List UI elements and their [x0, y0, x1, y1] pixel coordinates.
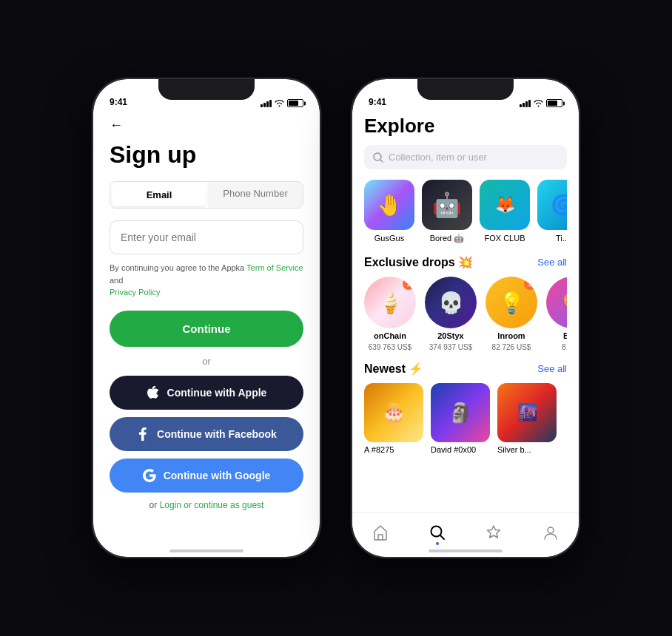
newest-thumb-david: 🗿 — [431, 383, 490, 442]
wifi-icon-2 — [534, 100, 543, 107]
exclusive-drops-title: Exclusive drops 💥 — [364, 255, 473, 269]
apple-icon — [147, 386, 160, 399]
time-2: 9:41 — [369, 97, 386, 107]
guest-link[interactable]: Login or continue as guest — [160, 500, 264, 510]
nav-favorites[interactable] — [485, 524, 502, 541]
nav-home[interactable] — [372, 524, 389, 541]
exclusive-drops-see-all[interactable]: See all — [537, 257, 567, 268]
favorites-icon — [485, 524, 502, 541]
signup-title: Sign up — [110, 142, 303, 168]
status-icons-2 — [520, 99, 562, 107]
google-btn-label: Continue with Google — [164, 470, 271, 481]
collection-label-bored: Bored 🤖 — [430, 234, 464, 243]
facebook-signin-button[interactable]: Continue with Facebook — [110, 417, 303, 451]
profile-icon — [542, 524, 559, 541]
newest-thumb-a8275: 🎂 — [364, 383, 423, 442]
explore-content: Explore Collection, item or user 🤚 — [352, 112, 579, 454]
drop-bu[interactable]: 🎨 Bu... 81 7... — [546, 277, 567, 351]
phone-explore: 9:41 Explore — [351, 78, 580, 558]
drop-badge-onchain: 1 — [403, 278, 414, 290]
newest-silver[interactable]: 🌆 Silver b... — [497, 383, 557, 454]
collection-label-foxclub: FOX CLUB — [484, 234, 525, 243]
collection-thumb-foxclub: 🦊 — [480, 180, 530, 230]
drop-20styx[interactable]: 💀 20Styx 374 937 US$ — [425, 277, 477, 351]
drops-row: 🍦 1 onChain 639 763 US$ 💀 20Styx 374 937… — [364, 277, 567, 351]
drop-thumb-inroom: 💡 3 — [485, 277, 537, 328]
newest-header: Newest ⚡ See all — [364, 362, 567, 376]
search-nav-icon — [429, 524, 446, 541]
back-button[interactable]: ← — [110, 118, 303, 133]
svg-line-3 — [440, 535, 444, 539]
time-1: 9:41 — [110, 97, 127, 107]
signal-icon-2 — [520, 100, 531, 107]
svg-line-1 — [380, 160, 383, 162]
drop-price-bu: 81 7... — [562, 343, 567, 351]
collection-label-tim: Ti... — [556, 234, 567, 243]
apple-btn-label: Continue with Apple — [167, 387, 267, 399]
drop-thumb-20styx: 💀 — [425, 277, 477, 328]
search-icon — [373, 152, 383, 163]
newest-david[interactable]: 🗿 David #0x00 — [431, 383, 490, 454]
drop-name-bu: Bu... — [563, 331, 567, 340]
google-signin-button[interactable]: Continue with Google — [110, 459, 303, 493]
exclusive-drops-header: Exclusive drops 💥 See all — [364, 255, 567, 269]
newest-label-silver: Silver b... — [497, 445, 557, 454]
drop-name-onchain: onChain — [374, 331, 406, 340]
guest-section: or Login or continue as guest — [110, 500, 303, 510]
drop-thumb-bu: 🎨 — [546, 277, 567, 328]
newest-title: Newest ⚡ — [364, 362, 423, 376]
scene: 9:41 ← Sign u — [0, 0, 672, 636]
terms-link[interactable]: Term of Service — [246, 263, 303, 272]
drop-price-onchain: 639 763 US$ — [369, 343, 411, 351]
collection-thumb-gusgus: 🤚 — [364, 180, 414, 230]
notch-2 — [417, 79, 514, 100]
phone-signup: 9:41 ← Sign u — [92, 78, 321, 558]
battery-icon-2 — [546, 99, 562, 107]
collection-bored[interactable]: 🤖 Bored 🤖 — [422, 180, 472, 243]
collection-gusgus[interactable]: 🤚 GusGus — [364, 180, 414, 243]
privacy-link[interactable]: Privacy Policy — [110, 288, 160, 297]
nav-profile[interactable] — [542, 524, 559, 541]
newest-label-david: David #0x00 — [431, 445, 490, 454]
email-input[interactable] — [110, 220, 303, 254]
drop-thumb-onchain: 🍦 1 — [364, 277, 416, 328]
home-icon — [372, 524, 389, 541]
nav-dot-search — [436, 542, 439, 545]
search-bar[interactable]: Collection, item or user — [364, 145, 567, 169]
svg-point-4 — [548, 527, 554, 533]
or-divider: or — [110, 356, 303, 367]
newest-a8275[interactable]: 🎂 A #8275 — [364, 383, 423, 454]
drop-name-inroom: Inroom — [497, 331, 525, 340]
newest-row: 🎂 A #8275 🗿 David #0x00 🌆 — [364, 383, 567, 454]
continue-button[interactable]: Continue — [110, 311, 303, 347]
nav-search[interactable] — [429, 524, 446, 541]
tab-email[interactable]: Email — [112, 183, 206, 206]
drop-onchain[interactable]: 🍦 1 onChain 639 763 US$ — [364, 277, 416, 351]
newest-see-all[interactable]: See all — [537, 363, 567, 374]
terms-text: By continuing you agree to the Appka Ter… — [110, 262, 303, 299]
wifi-icon-1 — [275, 100, 284, 107]
collection-tim[interactable]: 🌀 Ti... — [537, 180, 567, 243]
notch — [158, 79, 255, 100]
home-indicator-1 — [169, 549, 243, 552]
signal-icon-1 — [261, 100, 272, 107]
collection-label-gusgus: GusGus — [374, 234, 404, 243]
apple-signin-button[interactable]: Continue with Apple — [110, 376, 303, 410]
drop-name-20styx: 20Styx — [437, 331, 463, 340]
drop-price-20styx: 374 937 US$ — [429, 343, 472, 351]
explore-title: Explore — [364, 115, 567, 138]
google-icon — [143, 469, 156, 482]
drop-badge-inroom: 3 — [524, 278, 536, 290]
tab-phone[interactable]: Phone Number — [208, 182, 303, 208]
collection-thumb-tim: 🌀 — [537, 180, 567, 230]
home-indicator-2 — [429, 549, 503, 552]
newest-thumb-silver: 🌆 — [497, 383, 557, 442]
signup-tabs: Email Phone Number — [110, 181, 303, 209]
drop-price-inroom: 82 726 US$ — [492, 343, 531, 351]
collection-foxclub[interactable]: 🦊 FOX CLUB — [480, 180, 530, 243]
search-placeholder: Collection, item or user — [389, 152, 487, 163]
drop-inroom[interactable]: 💡 3 Inroom 82 726 US$ — [485, 277, 537, 351]
newest-label-a8275: A #8275 — [364, 445, 423, 454]
collections-row: 🤚 GusGus 🤖 Bored 🤖 🦊 FO — [364, 180, 567, 243]
facebook-btn-label: Continue with Facebook — [157, 428, 277, 440]
